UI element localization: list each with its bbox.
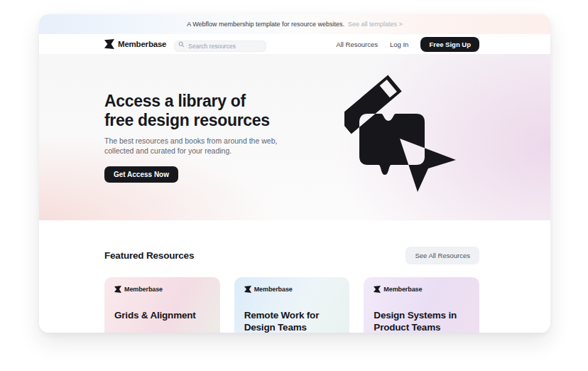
abstract-shapes-illustration [344, 75, 465, 194]
site-window: A Webflow membership template for resour… [39, 14, 550, 333]
nav-log-in[interactable]: Log In [390, 41, 408, 48]
search-input[interactable] [174, 41, 266, 52]
featured-header: Featured Resources See All Resources [104, 247, 479, 264]
resource-cards-row: Memberbase Grids & Alignment Memberbase … [104, 277, 479, 333]
see-all-templates-link[interactable]: See all templates > [348, 21, 403, 28]
free-sign-up-button[interactable]: Free Sign Up [420, 37, 479, 52]
card-brand-name: Memberbase [383, 286, 422, 293]
card-brand-name: Memberbase [254, 286, 293, 293]
hero-title-line2: free design resources [104, 111, 550, 130]
hero-title-line1: Access a library of [104, 92, 550, 111]
card-title: Remote Work for Design Teams [244, 309, 340, 333]
hero-title: Access a library of free design resource… [104, 92, 550, 130]
featured-resources-section: Featured Resources See All Resources Mem… [39, 220, 550, 333]
card-brand: Memberbase [374, 286, 469, 293]
brand-logo[interactable]: Memberbase [104, 39, 166, 49]
memberbase-logo-icon [244, 286, 251, 293]
search-box [174, 38, 266, 50]
brand-name: Memberbase [118, 40, 166, 48]
banner-text: A Webflow membership template for resour… [187, 21, 344, 28]
card-brand-name: Memberbase [124, 286, 163, 293]
hero-description: The best resources and books from around… [104, 136, 286, 156]
announcement-banner: A Webflow membership template for resour… [39, 14, 550, 34]
card-title: Grids & Alignment [114, 309, 210, 321]
nav-all-resources[interactable]: All Resources [336, 41, 378, 48]
navbar: Memberbase All Resources Log In Free Sig… [39, 34, 550, 54]
hero-section: Access a library of free design resource… [39, 54, 550, 220]
card-title: Design Systems in Product Teams [374, 309, 469, 333]
card-brand: Memberbase [244, 286, 340, 293]
resource-card-design-systems[interactable]: Memberbase Design Systems in Product Tea… [364, 277, 479, 333]
featured-title: Featured Resources [104, 250, 194, 261]
resource-card-remote-work[interactable]: Memberbase Remote Work for Design Teams [234, 277, 350, 333]
memberbase-logo-icon [104, 39, 114, 49]
get-access-button[interactable]: Get Access Now [104, 166, 178, 183]
memberbase-logo-icon [374, 286, 381, 293]
resource-card-grids-alignment[interactable]: Memberbase Grids & Alignment [104, 277, 220, 333]
search-icon [178, 41, 185, 48]
card-brand: Memberbase [114, 286, 210, 293]
header-nav: All Resources Log In Free Sign Up [336, 37, 479, 52]
see-all-resources-button[interactable]: See All Resources [405, 247, 479, 264]
memberbase-logo-icon [114, 286, 121, 293]
screenshot-canvas: A Webflow membership template for resour… [0, 0, 588, 371]
